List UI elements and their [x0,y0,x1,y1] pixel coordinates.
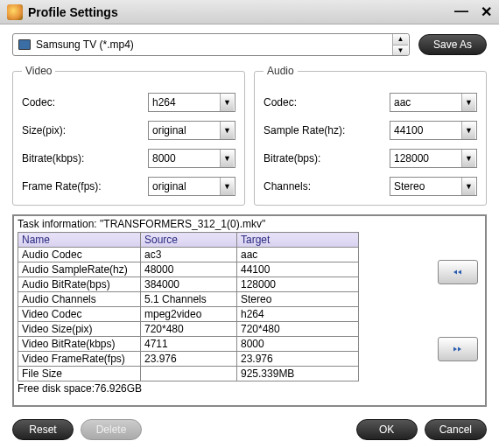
video-codec-select[interactable]: h264▼ [148,93,235,112]
col-target: Target [237,233,359,248]
next-button[interactable] [438,337,478,361]
table-cell: 384000 [141,277,237,292]
ok-button[interactable]: OK [356,419,418,440]
delete-button[interactable]: Delete [81,419,142,440]
table-row: File Size925.339MB [18,367,359,382]
profile-spinner[interactable]: ▲▼ [392,34,408,55]
table-row: Video Codecmpeg2videoh264 [18,307,359,322]
table-cell: 5.1 Channels [141,292,237,307]
minimize-button[interactable]: — [454,4,468,20]
table-cell: Stereo [237,292,359,307]
col-source: Source [141,233,237,248]
table-cell: Audio SampleRate(hz) [18,262,141,277]
table-cell: Video Codec [18,307,141,322]
audio-codec-select[interactable]: aac▼ [390,93,477,112]
audio-sr-label: Sample Rate(hz): [264,124,390,136]
table-row: Video BitRate(kbps)47118000 [18,337,359,352]
video-codec-label: Codec: [22,96,148,108]
table-cell: 720*480 [237,322,359,337]
audio-bitrate-label: Bitrate(bps): [264,152,390,164]
video-bitrate-select[interactable]: 8000▼ [148,149,235,168]
titlebar: Profile Settings — ✕ [0,0,499,24]
cancel-button[interactable]: Cancel [425,419,487,440]
table-cell: File Size [18,367,141,382]
table-row: Audio Channels5.1 ChannelsStereo [18,292,359,307]
table-cell: 23.976 [237,352,359,367]
table-cell: Audio BitRate(bps) [18,277,141,292]
table-row: Video Size(pix)720*480720*480 [18,322,359,337]
table-cell: 128000 [237,277,359,292]
table-row: Video FrameRate(fps)23.97623.976 [18,352,359,367]
table-cell: aac [237,248,359,262]
audio-ch-label: Channels: [264,180,390,192]
button-bar: Reset Delete OK Cancel [0,412,499,447]
video-group: Video Codec:h264▼ Size(pix):original▼ Bi… [12,65,245,206]
app-icon [7,4,23,20]
tv-icon [18,39,31,50]
table-cell: 44100 [237,262,359,277]
video-size-select[interactable]: original▼ [148,121,235,140]
audio-sr-select[interactable]: 44100▼ [390,121,477,140]
table-cell: 720*480 [141,322,237,337]
save-as-button[interactable]: Save As [418,34,487,55]
profile-name: Samsung TV (*.mp4) [36,38,392,51]
video-bitrate-label: Bitrate(kbps): [22,152,148,164]
table-cell: mpeg2video [141,307,237,322]
audio-codec-label: Codec: [264,96,390,108]
table-row: Audio Codecac3aac [18,248,359,262]
video-size-label: Size(pix): [22,124,148,136]
table-cell: Audio Channels [18,292,141,307]
table-cell: 48000 [141,262,237,277]
table-cell: h264 [237,307,359,322]
audio-ch-select[interactable]: Stereo▼ [390,177,477,196]
close-button[interactable]: ✕ [481,4,492,20]
table-cell: 925.339MB [237,367,359,382]
table-cell: Audio Codec [18,248,141,262]
prev-button[interactable] [438,260,478,284]
video-fps-label: Frame Rate(fps): [22,180,148,192]
table-cell: Video Size(pix) [18,322,141,337]
table-cell: Video FrameRate(fps) [18,352,141,367]
audio-bitrate-select[interactable]: 128000▼ [390,149,477,168]
table-cell: 8000 [237,337,359,352]
col-name: Name [18,233,141,248]
table-cell: 4711 [141,337,237,352]
table-cell: 23.976 [141,352,237,367]
audio-group: Audio Codec:aac▼ Sample Rate(hz):44100▼ … [254,65,487,206]
video-legend: Video [22,65,55,77]
free-disk-label: Free disk space:76.926GB [18,382,481,395]
task-table: Name Source Target Audio Codecac3aacAudi… [18,232,359,382]
table-cell: ac3 [141,248,237,262]
table-cell: Video BitRate(kbps) [18,337,141,352]
reset-button[interactable]: Reset [12,419,74,440]
table-row: Audio SampleRate(hz)4800044100 [18,262,359,277]
table-cell [141,367,237,382]
profile-select[interactable]: Samsung TV (*.mp4) ▲▼ [12,33,410,56]
window-title: Profile Settings [28,5,454,19]
task-info-box: Task information: "TRANSFORMERS_312_1(0)… [12,214,487,407]
audio-legend: Audio [264,65,298,77]
table-row: Audio BitRate(bps)384000128000 [18,277,359,292]
task-header: Task information: "TRANSFORMERS_312_1(0)… [18,218,481,230]
video-fps-select[interactable]: original▼ [148,177,235,196]
